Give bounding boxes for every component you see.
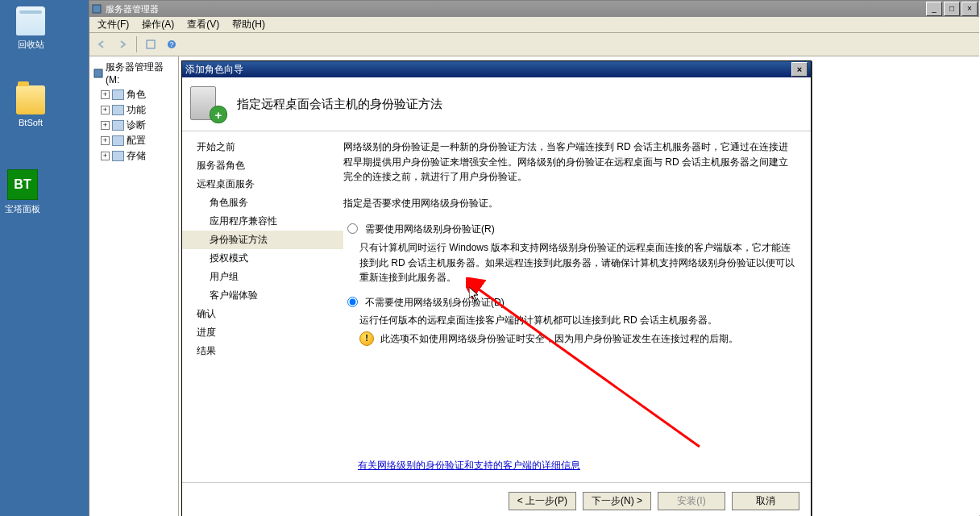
wizard-nav-roles[interactable]: 服务器角色: [182, 156, 343, 175]
wizard-nav-client-exp[interactable]: 客户端体验: [182, 286, 343, 305]
warning-icon: !: [359, 331, 374, 346]
wizard-titlebar[interactable]: 添加角色向导 ×: [182, 61, 811, 77]
wizard-nav-progress[interactable]: 进度: [182, 323, 343, 342]
server-manager-titlebar[interactable]: 服务器管理器 _ □ ×: [89, 1, 979, 17]
add-roles-wizard-dialog: 添加角色向导 × + 指定远程桌面会话主机的身份验证方法 开始之前 服务器角色 …: [181, 60, 812, 516]
close-button[interactable]: ×: [961, 2, 978, 16]
navigation-tree[interactable]: 服务器管理器 (M: +角色 +功能 +诊断 +配置 +存储: [89, 56, 179, 516]
desktop-icon-btsoft[interactable]: BtSoft: [6, 85, 55, 127]
wizard-install-button: 安装(I): [658, 492, 725, 510]
wizard-prev-button[interactable]: < 上一步(P): [509, 492, 576, 510]
wizard-nav-rds[interactable]: 远程桌面服务: [182, 175, 343, 194]
desktop-icon-recycle-bin[interactable]: 回收站: [6, 6, 55, 51]
nla-info-link[interactable]: 有关网络级别的身份验证和支持的客户端的详细信息: [358, 458, 580, 473]
wizard-title: 添加角色向导: [185, 63, 243, 77]
tree-node-storage[interactable]: +存储: [89, 148, 178, 164]
menu-view[interactable]: 查看(V): [181, 16, 226, 33]
minimize-button[interactable]: _: [926, 2, 942, 16]
wizard-nav-user-groups[interactable]: 用户组: [182, 268, 343, 286]
expand-icon[interactable]: +: [101, 121, 110, 130]
wizard-header-icon: +: [190, 86, 226, 122]
menu-bar: 文件(F) 操作(A) 查看(V) 帮助(H): [89, 17, 979, 33]
radio-require-nla-desc: 只有计算机同时运行 Windows 版本和支持网络级别身份验证的远程桌面连接的客…: [359, 240, 796, 285]
node-icon: [112, 89, 124, 100]
svg-rect-0: [93, 5, 101, 13]
wizard-content: 网络级别的身份验证是一种新的身份验证方法，当客户端连接到 RD 会话主机服务器时…: [343, 131, 811, 482]
wizard-next-button[interactable]: 下一步(N) >: [583, 492, 651, 510]
node-icon: [112, 105, 124, 115]
wizard-nav-before[interactable]: 开始之前: [182, 138, 343, 156]
server-manager-icon: [91, 3, 102, 15]
wizard-header: + 指定远程桌面会话主机的身份验证方法: [182, 77, 811, 131]
server-manager-title: 服务器管理器: [106, 3, 159, 15]
wizard-nav: 开始之前 服务器角色 远程桌面服务 角色服务 应用程序兼容性 身份验证方法 授权…: [182, 131, 343, 482]
btpanel-label: 宝塔面板: [0, 203, 47, 215]
expand-icon[interactable]: +: [101, 106, 110, 114]
tree-root-label: 服务器管理器 (M:: [106, 60, 175, 85]
wizard-close-button[interactable]: ×: [791, 62, 808, 77]
wizard-nav-confirm[interactable]: 确认: [182, 305, 343, 323]
toolbar: ?: [89, 33, 979, 56]
tree-node-diagnostics[interactable]: +诊断: [89, 118, 178, 133]
wizard-nav-auth-method[interactable]: 身份验证方法: [182, 231, 343, 249]
radio-require-nla[interactable]: [347, 223, 358, 234]
expand-icon[interactable]: +: [101, 152, 110, 160]
menu-file[interactable]: 文件(F): [91, 16, 135, 33]
svg-rect-4: [94, 69, 102, 77]
toolbar-help-button[interactable]: ?: [162, 35, 181, 54]
wizard-nav-license-mode[interactable]: 授权模式: [182, 249, 343, 268]
toolbar-refresh-button[interactable]: [141, 35, 160, 54]
expand-icon[interactable]: +: [101, 136, 110, 145]
tree-root[interactable]: 服务器管理器 (M:: [89, 59, 178, 87]
wizard-heading: 指定远程桌面会话主机的身份验证方法: [237, 97, 442, 112]
radio-no-nla-desc: 运行任何版本的远程桌面连接客户端的计算机都可以连接到此 RD 会话主机服务器。: [359, 313, 796, 328]
wizard-intro-text: 网络级别的身份验证是一种新的身份验证方法，当客户端连接到 RD 会话主机服务器时…: [343, 139, 796, 185]
node-icon: [112, 135, 124, 146]
maximize-button[interactable]: □: [944, 2, 960, 16]
recycle-bin-label: 回收站: [6, 39, 55, 51]
wizard-nav-result[interactable]: 结果: [182, 342, 343, 360]
wizard-footer: < 上一步(P) 下一步(N) > 安装(I) 取消: [182, 482, 811, 516]
menu-action[interactable]: 操作(A): [135, 16, 181, 33]
radio-no-nla-label[interactable]: 不需要使用网络级别身份验证(D): [365, 295, 505, 310]
radio-require-nla-label[interactable]: 需要使用网络级别身份验证(R): [365, 222, 495, 237]
desktop-icon-btpanel[interactable]: BT 宝塔面板: [0, 169, 47, 215]
toolbar-back-button[interactable]: [92, 35, 111, 54]
wizard-specify-text: 指定是否要求使用网络级身份验证。: [343, 196, 796, 211]
menu-help[interactable]: 帮助(H): [226, 16, 272, 33]
recycle-bin-icon: [16, 6, 45, 35]
tree-node-config[interactable]: +配置: [89, 133, 178, 148]
tree-node-features[interactable]: +功能: [89, 102, 178, 118]
toolbar-separator: [136, 36, 137, 52]
svg-rect-1: [147, 40, 155, 48]
node-icon: [112, 151, 124, 161]
wizard-cancel-button[interactable]: 取消: [732, 492, 799, 510]
svg-text:?: ?: [169, 40, 173, 48]
folder-icon: [16, 85, 45, 114]
radio-no-nla[interactable]: [347, 297, 358, 307]
warning-text: 此选项不如使用网络级身份验证时安全，因为用户身份验证发生在连接过程的后期。: [380, 331, 738, 347]
node-icon: [112, 120, 124, 131]
server-icon: [93, 68, 103, 79]
wizard-nav-role-services[interactable]: 角色服务: [182, 194, 343, 212]
tree-node-roles[interactable]: +角色: [89, 87, 178, 102]
bt-panel-icon: BT: [7, 169, 38, 200]
btsoft-label: BtSoft: [6, 118, 55, 127]
toolbar-forward-button[interactable]: [113, 35, 132, 54]
expand-icon[interactable]: +: [101, 90, 110, 99]
wizard-nav-app-compat[interactable]: 应用程序兼容性: [182, 212, 343, 231]
